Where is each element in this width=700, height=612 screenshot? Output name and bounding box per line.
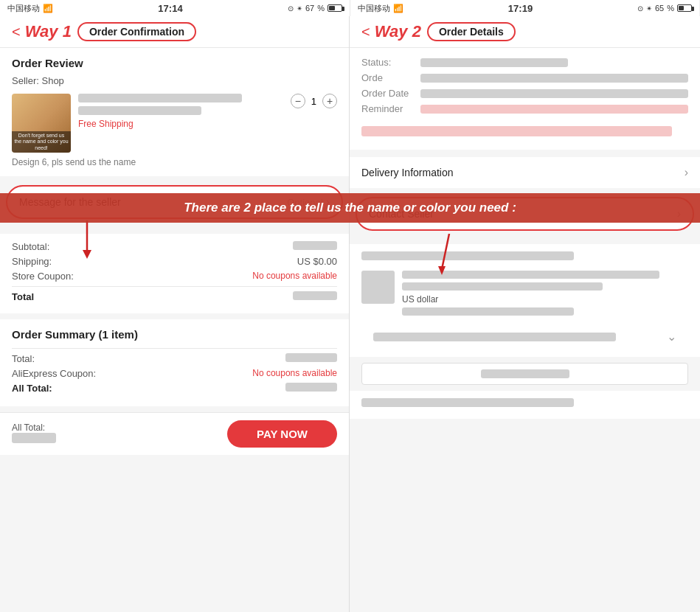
right-back-button[interactable]: <	[361, 24, 370, 41]
aliexpress-coupon-row: AliExpress Coupon: No coupons available	[12, 368, 337, 379]
payment-detail2	[402, 307, 574, 316]
payment-thumb	[361, 271, 395, 304]
order-review-title: Order Review	[12, 57, 337, 69]
status-value	[420, 58, 568, 67]
right-wifi-icon: 📶	[393, 4, 403, 13]
left-time: 17:14	[158, 3, 182, 14]
status-block: Status: Orde Order Date Reminder	[350, 48, 700, 150]
right-battery-label: 65	[655, 4, 664, 13]
pay-footer: All Total: PAY NOW	[0, 412, 349, 455]
total-value	[293, 291, 337, 300]
pay-total-value	[12, 433, 56, 443]
product-desc-1	[78, 94, 242, 102]
left-way-label: Way 1	[25, 22, 72, 41]
reminder-detail	[361, 126, 672, 136]
order-summary-section: Order Summary (1 item) Total: AliExpress…	[0, 319, 349, 406]
pay-total-label: All Total:	[12, 423, 56, 433]
payment-detail1	[402, 282, 603, 291]
seller-line: Seller: Shop	[12, 75, 337, 86]
order-summary-title: Order Summary (1 item)	[12, 328, 337, 341]
input-value	[481, 369, 569, 378]
order-date-value	[420, 89, 688, 98]
status-label: Status:	[361, 57, 420, 68]
pay-now-button[interactable]: PAY NOW	[227, 420, 337, 448]
message-for-seller-row[interactable]: Message for the seller Optional ›	[6, 185, 343, 219]
seller-message-optional: Optional	[287, 197, 322, 208]
contact-seller-label: Contact Seller	[369, 208, 434, 220]
quantity-value: 1	[311, 96, 316, 107]
product-desc-2	[78, 106, 201, 115]
status-row: Status:	[361, 57, 688, 68]
delivery-chevron-icon: ›	[685, 166, 688, 179]
dropdown-value	[373, 333, 616, 341]
contact-seller-chevron-icon: ›	[677, 207, 681, 220]
quantity-control: − 1 +	[291, 94, 337, 108]
cost-section: Subtotal: Shipping: US $0.00 Store Coupo…	[0, 234, 349, 313]
dropdown-row: ⌄	[361, 324, 688, 350]
order-date-row: Order Date	[361, 88, 688, 99]
right-status-bar: 中国移动 📶 17:19 ⊙ ✴ 65%	[350, 0, 699, 16]
product-image-overlay: Don't forget send us the name and color …	[12, 131, 71, 153]
reminder-value	[420, 105, 688, 114]
subtotal-row: Subtotal:	[12, 241, 337, 252]
right-way-label: Way 2	[375, 22, 421, 41]
left-scroll-content: Order Review Seller: Shop Don't forget s…	[0, 48, 349, 612]
right-time: 17:19	[508, 3, 533, 14]
store-coupon-row: Store Coupon: No coupons available	[12, 271, 337, 282]
reminder-label: Reminder	[361, 103, 420, 114]
product-image: Don't forget send us the name and color …	[12, 94, 71, 153]
bottom-blurred-1	[361, 398, 574, 407]
total-row: Total	[12, 291, 337, 302]
order-row: Orde	[361, 72, 688, 83]
payment-info: US dollar	[402, 271, 688, 319]
aliexpress-coupon-link[interactable]: No coupons available	[252, 368, 337, 379]
right-bluetooth-icon: ✴	[646, 4, 652, 13]
summary-total-value	[285, 353, 337, 362]
reminder-row: Reminder	[361, 103, 688, 114]
shipping-row: Shipping: US $0.00	[12, 256, 337, 267]
payment-name	[402, 271, 659, 279]
qty-plus-button[interactable]: +	[322, 94, 337, 108]
product-row: Don't forget send us the name and color …	[12, 94, 337, 153]
right-nav-bar: < Way 2 Order Details	[350, 16, 700, 48]
seller-message-label: Message for the seller	[19, 196, 121, 208]
currency-label: US dollar	[402, 294, 688, 305]
dropdown-chevron-icon: ⌄	[667, 330, 676, 344]
product-details: Free Shipping	[78, 94, 283, 129]
right-location-icon: ⊙	[637, 4, 643, 13]
right-scroll-content: Status: Orde Order Date Reminder	[350, 48, 700, 612]
order-date-label: Order Date	[361, 88, 420, 99]
right-nav-title: Order Details	[427, 22, 516, 41]
order-value	[420, 74, 688, 83]
left-battery-icon	[328, 4, 342, 12]
left-wifi-icon: 📶	[43, 4, 53, 13]
left-battery-label: 67	[305, 4, 314, 13]
all-total-row: All Total:	[12, 383, 337, 394]
input-box[interactable]	[361, 363, 688, 385]
bottom-blurred	[350, 391, 700, 419]
left-back-button[interactable]: <	[12, 24, 21, 41]
free-shipping-label: Free Shipping	[78, 119, 283, 129]
contact-seller-row[interactable]: Contact Seller ›	[356, 197, 694, 231]
all-total-value	[285, 383, 337, 392]
summary-total-row: Total:	[12, 353, 337, 364]
delivery-label: Delivery Information	[361, 167, 454, 178]
payment-section: US dollar ⌄	[350, 244, 700, 357]
qty-minus-button[interactable]: −	[291, 94, 305, 108]
subtotal-value	[293, 241, 337, 250]
design-note: Design 6, pls send us the name	[12, 157, 337, 167]
left-nav-bar: < Way 1 Order Confirmation	[0, 16, 349, 48]
payment-blurred-1	[361, 251, 574, 260]
left-carrier: 中国移动	[7, 3, 40, 14]
coupon-link[interactable]: No coupons available	[252, 271, 337, 282]
left-nav-title: Order Confirmation	[77, 22, 196, 41]
right-battery-icon	[677, 4, 692, 12]
right-carrier: 中国移动	[358, 3, 390, 14]
delivery-info-row[interactable]: Delivery Information ›	[350, 157, 700, 188]
payment-item-row: US dollar	[361, 266, 688, 324]
order-label: Orde	[361, 72, 420, 83]
left-location-icon: ⊙	[288, 4, 294, 13]
order-review-section: Order Review Seller: Shop Don't forget s…	[0, 48, 349, 176]
left-status-bar: 中国移动 📶 17:14 ⊙ ✴ 67%	[0, 0, 350, 16]
seller-message-chevron: ›	[326, 195, 330, 209]
